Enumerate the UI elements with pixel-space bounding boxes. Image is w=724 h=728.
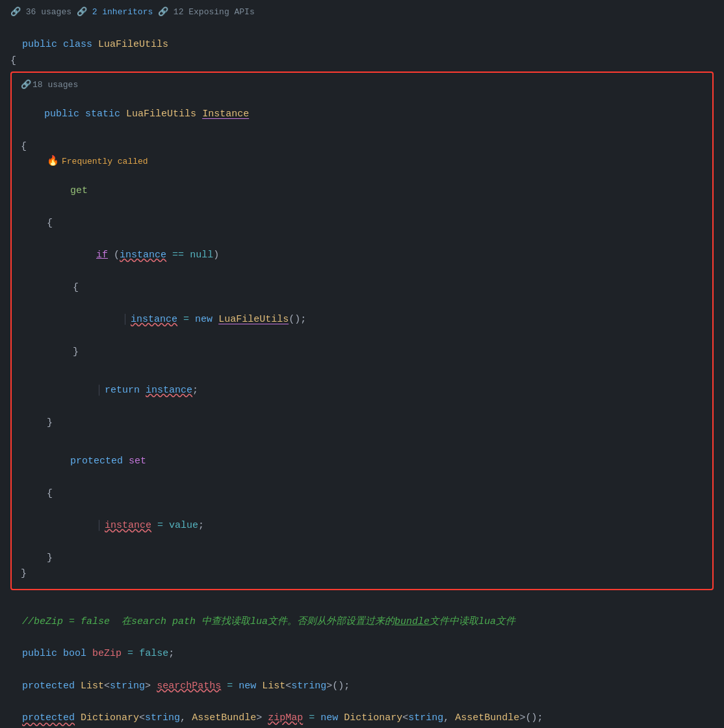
set-assignment: │instance = value;: [73, 502, 703, 550]
zip-map-field: protected Dictionary<string, AssetBundle…: [10, 695, 714, 727]
instance-property-block: 🔗18 usages public static LuaFileUtils In…: [10, 72, 714, 590]
if-close-brace: }: [73, 344, 703, 361]
class-declaration: public class LuaFileUtils: [10, 21, 714, 53]
if-statement: if (instance == null): [73, 231, 703, 280]
set-open-brace: {: [47, 486, 703, 502]
property-block-open: {: [21, 139, 703, 155]
if-open-brace: {: [73, 280, 703, 296]
inheritors-link[interactable]: 🔗 2 inheritors: [77, 7, 153, 17]
usages-count: 🔗 36 usages: [10, 7, 71, 17]
instance-assignment: │instance = new LuaFileUtils();: [99, 296, 703, 344]
return-statement: │return instance;: [73, 367, 703, 415]
set-close-brace: }: [47, 551, 703, 567]
class-open-brace: {: [10, 53, 714, 70]
get-open-brace: {: [47, 216, 703, 232]
comment-line: //beZip = false 在search path 中查找读取lua文件。…: [10, 598, 714, 630]
header-bar: 🔗 36 usages 🔗 2 inheritors 🔗 12 Exposing…: [10, 6, 714, 17]
bezip-field: public bool beZip = false;: [10, 630, 714, 663]
apis-link[interactable]: 🔗 12 Exposing APIs: [158, 7, 255, 17]
search-paths-field: protected List<string> searchPaths = new…: [10, 662, 714, 695]
property-declaration: public static LuaFileUtils Instance: [21, 90, 703, 138]
set-keyword: protected set: [47, 437, 703, 486]
property-usages: 🔗18 usages: [21, 79, 703, 90]
get-keyword: get: [47, 167, 703, 215]
usages-label: 18 usages: [32, 80, 78, 90]
property-close-brace: }: [21, 566, 703, 582]
get-close-brace: }: [47, 415, 703, 432]
frequently-called-label: 🔥Frequently called: [47, 155, 703, 167]
